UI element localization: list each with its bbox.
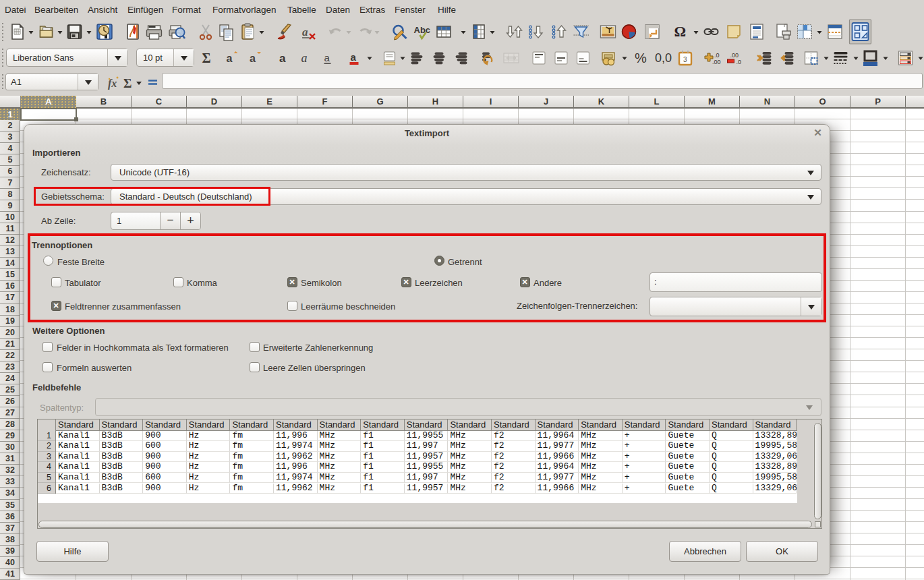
svg-text:a: a bbox=[250, 53, 256, 64]
svg-text:.0: .0 bbox=[714, 52, 720, 59]
svg-text:a: a bbox=[351, 51, 357, 63]
svg-text:Σ: Σ bbox=[123, 76, 132, 90]
svg-text:3: 3 bbox=[683, 56, 687, 63]
svg-text:a: a bbox=[301, 51, 308, 65]
svg-text:%: % bbox=[635, 51, 647, 65]
svg-text:Σ: Σ bbox=[202, 51, 211, 65]
svg-text:a: a bbox=[227, 53, 233, 64]
svg-text:Abc: Abc bbox=[414, 25, 431, 35]
svg-text:.0: .0 bbox=[737, 59, 742, 65]
svg-text:a: a bbox=[302, 26, 308, 38]
svg-text:a: a bbox=[324, 52, 330, 63]
svg-text:Ω: Ω bbox=[674, 23, 687, 40]
svg-text:.00: .00 bbox=[712, 59, 721, 65]
svg-text:0,0: 0,0 bbox=[655, 51, 672, 65]
svg-text:a: a bbox=[279, 52, 286, 65]
svg-text:.00: .00 bbox=[730, 52, 739, 59]
